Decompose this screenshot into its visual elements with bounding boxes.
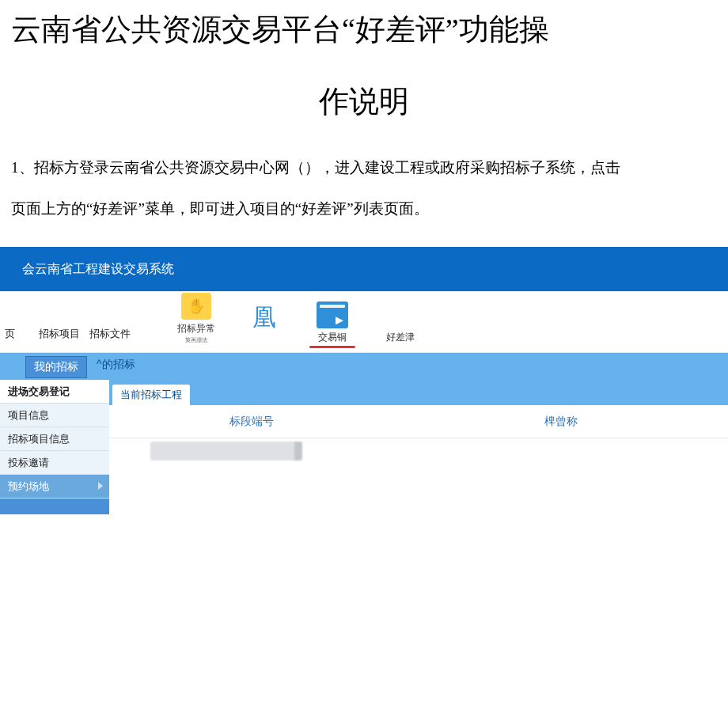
columns-row: 标段端号 椑曾称: [109, 405, 728, 438]
nav-zhaobiao-file[interactable]: 招标文件: [85, 327, 135, 347]
nav-huang-label: [263, 333, 265, 344]
nav-page[interactable]: 页: [0, 327, 20, 347]
nav-zhaobiao-project[interactable]: 招标项目: [34, 327, 85, 347]
nav-huang[interactable]: 凰: [230, 303, 298, 347]
menu-enter-register[interactable]: 进场交易登记: [0, 380, 109, 404]
system-title: 会云南省工程建设交易系统: [22, 261, 174, 278]
menu-project-info[interactable]: 项目信息: [0, 404, 109, 427]
chevron-right-icon: [98, 482, 103, 490]
right-pane: 当前招标工程 标段端号 椑曾称: [109, 380, 728, 438]
nav-haochaping-label: 好差津: [386, 331, 415, 344]
subtab-row: 当前招标工程: [109, 380, 728, 405]
tab-band: 我的招标 ^的招标: [0, 353, 728, 380]
nav-abnormal[interactable]: ✋ 招标异常 策画漂法: [162, 292, 230, 347]
subtab-current-project[interactable]: 当前招标工程: [112, 385, 190, 405]
tab-his-bid[interactable]: ^的招标: [97, 358, 135, 372]
menu-trailing: [0, 499, 109, 514]
col-section-no: 标段端号: [109, 415, 394, 429]
side-menu: 进场交易登记 项目信息 招标项目信息 投标邀请 预约场地: [0, 380, 109, 514]
paragraph-1: 1、招标方登录云南省公共资源交易中心网（），进入建设工程或政府采购招标子系统，点…: [0, 146, 728, 182]
browser-icon: [317, 301, 348, 328]
nav-abnormal-label: 招标异常: [177, 322, 215, 336]
hand-icon: ✋: [181, 293, 211, 320]
lower-area: 进场交易登记 项目信息 招标项目信息 投标邀请 预约场地 当前招标工程 标段端号…: [0, 380, 728, 514]
top-nav: 页 招标项目 招标文件 ✋ 招标异常 策画漂法 凰 交易铜 好差津: [0, 291, 728, 353]
doc-title: 云南省公共资源交易平台“好差评”功能操: [0, 0, 728, 51]
nav-jiaoyi[interactable]: 交易铜: [298, 301, 366, 347]
redacted-bar: [150, 442, 301, 461]
nav-jiaoyi-label: 交易铜: [318, 331, 347, 344]
nav-abnormal-sub: 策画漂法: [185, 336, 207, 343]
doc-subtitle: 作说明: [0, 51, 728, 146]
tab-my-bid[interactable]: 我的招标: [25, 356, 87, 378]
menu-reserve-venue-label: 预约场地: [8, 480, 49, 492]
app-header: 会云南省工程建设交易系统: [0, 247, 728, 291]
huang-glyph-icon: 凰: [252, 305, 276, 329]
col-name: 椑曾称: [394, 415, 728, 429]
nav-haochaping[interactable]: 好差津: [366, 301, 434, 347]
menu-bid-project-info[interactable]: 招标项目信息: [0, 427, 109, 451]
menu-reserve-venue[interactable]: 预约场地: [0, 475, 109, 499]
app-screenshot: 会云南省工程建设交易系统 页 招标项目 招标文件 ✋ 招标异常 策画漂法 凰 交…: [0, 247, 728, 514]
paragraph-2: 页面上方的“好差评”菜单，即可进入项目的“好差评”列表页面。: [0, 182, 728, 223]
menu-bid-invite[interactable]: 投标邀请: [0, 451, 109, 475]
redacted-cap-icon: [294, 442, 302, 461]
